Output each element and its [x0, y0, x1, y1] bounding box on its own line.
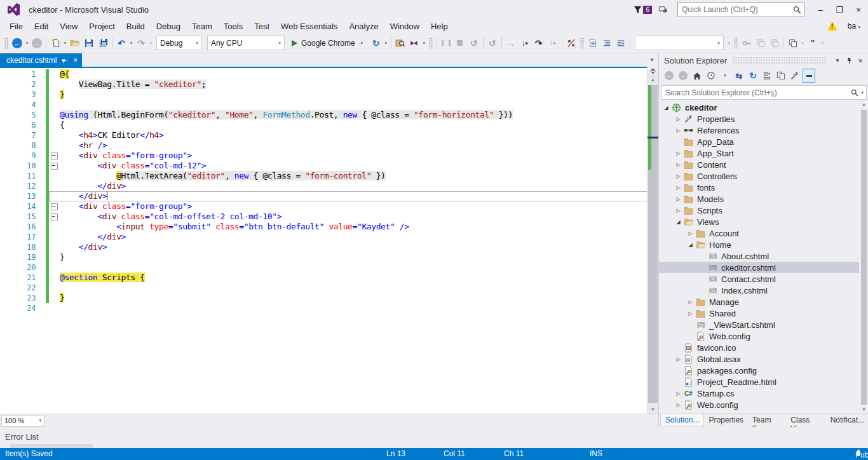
tree-item-packages-config[interactable]: packages.config [659, 365, 859, 376]
browser-link-refresh-icon[interactable]: ↻ [369, 36, 383, 50]
code-line-19[interactable]: 19} [0, 252, 658, 262]
tree-item-controllers[interactable]: ▷Controllers [659, 170, 859, 182]
code-line-7[interactable]: 7 <h4>CK Editor</h4> [0, 130, 658, 140]
code-line-14[interactable]: 14 <div class="form-group"> [0, 201, 658, 212]
new-project-dropdown[interactable]: ▾ [62, 41, 68, 46]
code-line-17[interactable]: 17 </div> [0, 232, 658, 242]
tree-item--viewstart-cshtml[interactable]: [@]_ViewStart.cshtml [659, 319, 859, 330]
formatting-icon[interactable] [600, 36, 614, 50]
code-line-24[interactable]: 24 [0, 303, 658, 313]
tree-item-contact-cshtml[interactable]: [@]Contact.cshtml [659, 273, 859, 285]
find-in-files-icon[interactable] [393, 36, 407, 50]
collapse-box-icon[interactable] [51, 213, 58, 220]
expanded-arrow-icon[interactable]: ◢ [674, 219, 683, 225]
tree-item-scripts[interactable]: ▷Scripts [659, 205, 859, 216]
solution-platforms-dropdown[interactable]: Any CPU▾ [207, 36, 285, 50]
menu-build[interactable]: Build [121, 20, 151, 33]
code-line-4[interactable]: 4 [0, 100, 658, 110]
collapsed-arrow-icon[interactable]: ▷ [686, 299, 695, 305]
tree-item-about-cshtml[interactable]: [@]About.cshtml [659, 250, 859, 262]
solution-configurations-dropdown[interactable]: Debug▾ [156, 36, 202, 50]
tree-item-ckeditor-cshtml[interactable]: [@]ckeditor.cshtml [659, 262, 859, 273]
menu-team[interactable]: Team [186, 20, 218, 33]
tree-item-shared[interactable]: ▷Shared [659, 308, 859, 319]
tab-ckeditor-cshtml[interactable]: ckeditor.cshtml × [0, 53, 82, 67]
se-pending-changes-icon[interactable] [705, 69, 717, 82]
scroll-up-icon[interactable]: ▲ [648, 76, 658, 85]
fold-margin[interactable] [49, 201, 60, 212]
close-button[interactable]: × [849, 1, 868, 18]
tree-item-web-config[interactable]: ▷Web.config [659, 399, 859, 410]
code-line-2[interactable]: 2 ViewBag.Title = "ckeditor"; [0, 79, 658, 90]
collapse-box-icon[interactable] [51, 203, 58, 210]
tree-item-fonts[interactable]: ▷fonts [659, 182, 859, 193]
code-line-23[interactable]: 23} [0, 293, 658, 303]
tree-item-global-asax[interactable]: ▷Global.asax [659, 353, 859, 365]
window-position-dropdown-icon[interactable]: ▼ [832, 55, 843, 66]
user-account-menu[interactable]: ba ▾ [848, 22, 860, 30]
code-line-11[interactable]: 11 @Html.TextArea("editor", new { @class… [0, 171, 658, 181]
collapsed-arrow-icon[interactable]: ▷ [674, 116, 683, 122]
open-file-icon[interactable] [68, 36, 82, 50]
editor-vertical-scrollbar[interactable]: ▲ ▼ [647, 67, 658, 414]
fold-margin[interactable] [49, 161, 60, 171]
tree-item-models[interactable]: ▷Models [659, 193, 859, 205]
find-combobox[interactable]: ▾ [635, 36, 724, 50]
collapse-box-icon[interactable] [51, 152, 58, 159]
new-project-icon[interactable] [48, 36, 62, 50]
delete-all-breakpoints-icon[interactable] [564, 36, 578, 50]
code-line-22[interactable]: 22 [0, 283, 658, 293]
menu-test[interactable]: Test [248, 20, 275, 33]
tree-item-project-readme-html[interactable]: Project_Readme.html [659, 376, 859, 388]
warning-icon[interactable] [827, 22, 837, 30]
debug-target-icon[interactable] [407, 36, 421, 50]
solution-search-input[interactable] [661, 88, 851, 97]
tree-item-app-data[interactable]: App_Data [659, 136, 859, 147]
save-all-icon[interactable] [96, 36, 110, 50]
collapsed-arrow-icon[interactable]: ▷ [674, 185, 683, 191]
tool-tab-notificat-[interactable]: Notificat... [826, 414, 868, 426]
auto-hide-pin-icon[interactable] [843, 55, 855, 66]
collapsed-arrow-icon[interactable]: ▷ [674, 402, 683, 408]
menu-debug[interactable]: Debug [151, 20, 186, 33]
se-show-all-files-icon[interactable] [775, 69, 787, 82]
pin-icon[interactable] [62, 57, 68, 64]
se-refresh-icon[interactable]: ↻ [747, 69, 759, 82]
expanded-arrow-icon[interactable]: ◢ [686, 242, 695, 248]
breakpoints-grip[interactable] [580, 37, 584, 49]
surround-quotes-icon[interactable]: " [806, 36, 820, 50]
fold-margin[interactable] [49, 212, 60, 222]
se-collapse-all-icon[interactable] [761, 69, 773, 82]
restore-button[interactable]: ❐ [830, 1, 849, 18]
undo-icon[interactable]: ↶ [114, 36, 128, 50]
step-over-icon[interactable]: ↷ [532, 36, 546, 50]
se-preview-selected-items-toggle[interactable] [803, 69, 815, 82]
tree-scrollbar-thumb[interactable] [861, 110, 867, 405]
publish-button[interactable]: Publish ▲ [855, 449, 862, 456]
code-line-10[interactable]: 10 <div class="col-md-12"> [0, 161, 658, 171]
quick-launch-input[interactable] [678, 5, 793, 14]
menu-file[interactable]: File [4, 20, 29, 33]
nav-back-dropdown[interactable]: ▾ [24, 41, 30, 46]
compare-documents-icon[interactable] [786, 36, 800, 50]
tree-scrollbar[interactable]: ▲ ▼ [859, 100, 868, 414]
tree-item-favicon-ico[interactable]: favicon.ico [659, 342, 859, 353]
tree-scroll-up-icon[interactable]: ▲ [859, 100, 868, 109]
code-line-16[interactable]: 16 <input type="submit" class="btn btn-d… [0, 222, 658, 232]
menu-analyze[interactable]: Analyze [343, 20, 384, 33]
tab-close-icon[interactable]: × [73, 56, 78, 65]
tree-item-startup-cs[interactable]: ▷C#Startup.cs [659, 388, 859, 399]
collapsed-arrow-icon[interactable]: ▷ [686, 311, 695, 316]
tree-item-web-config[interactable]: Web.config [659, 330, 859, 342]
document-outline-icon[interactable] [586, 36, 600, 50]
indent-icon[interactable] [614, 36, 628, 50]
scroll-down-icon[interactable]: ▼ [648, 405, 658, 414]
menu-edit[interactable]: Edit [29, 20, 54, 33]
code-line-18[interactable]: 18 </div> [0, 242, 658, 252]
code-line-15[interactable]: 15 <div class="col-md-offset-2 col-md-10… [0, 212, 658, 222]
tree-item-references[interactable]: ▷References [659, 125, 859, 136]
tree-item-views[interactable]: ◢Views [659, 216, 859, 227]
tool-tab-solution-[interactable]: Solution... [660, 414, 704, 426]
tree-item-ckeditor[interactable]: ◢ckeditor [659, 102, 859, 113]
menu-window[interactable]: Window [384, 20, 425, 33]
